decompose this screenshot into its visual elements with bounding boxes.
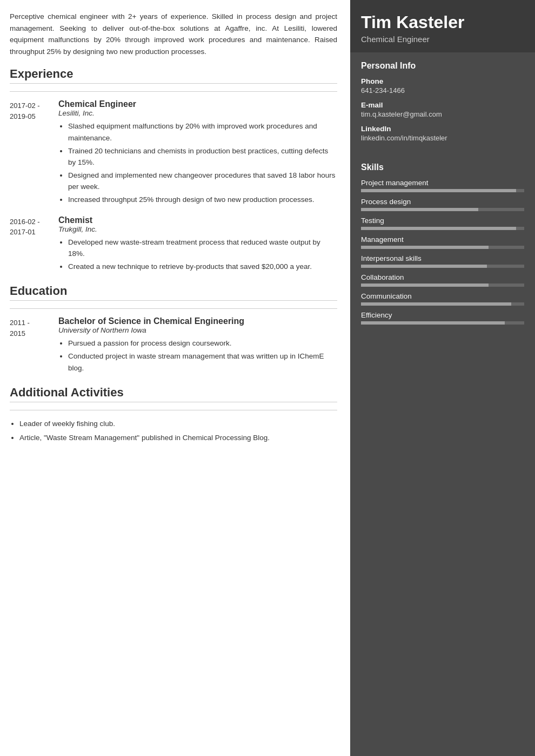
skill-item: Management [361,235,524,249]
job-bullets-2: Developed new waste-stream treatment pro… [58,237,337,273]
company-name-1: Lesiliti, Inc. [58,109,337,117]
linkedin-item: LinkedIn linkedin.com/in/timqkasteler [361,125,524,142]
job-title-1: Chemical Engineer [58,99,337,109]
experience-item-1: 2017-02 -2019-05 Chemical Engineer Lesil… [10,99,337,206]
skill-label: Testing [361,217,524,225]
education-bullets-1: Pursued a passion for process design cou… [58,338,337,374]
activities-bullets: Leader of weekly fishing club. Article, … [10,418,337,443]
skill-bar-background [361,189,524,192]
skill-bar-background [361,208,524,211]
email-label: E-mail [361,101,524,109]
personal-info-title: Personal Info [361,61,524,71]
skill-bar-fill [361,321,505,325]
left-panel: Perceptive chemical engineer with 2+ yea… [0,0,350,756]
skills-section: Skills Project managementProcess designT… [350,154,535,335]
linkedin-value: linkedin.com/in/timqkasteler [361,134,524,142]
school-name-1: University of Northern Iowa [58,326,337,334]
skill-item: Collaboration [361,273,524,287]
skill-label: Management [361,235,524,244]
skill-bar-fill [361,208,478,211]
skill-bar-fill [361,265,487,268]
right-panel: Tim Kasteler Chemical Engineer Personal … [350,0,535,756]
skill-bar-background [361,246,524,249]
skill-bar-background [361,284,524,287]
skill-bar-fill [361,284,489,287]
personal-info-section: Personal Info Phone 641-234-1466 E-mail … [350,52,535,154]
linkedin-label: LinkedIn [361,125,524,133]
skill-bar-fill [361,227,516,230]
skill-item: Communication [361,292,524,306]
bullet-item: Increased throughput 25% through design … [68,194,337,206]
skill-label: Interpersonal skills [361,254,524,262]
activities-section: Additional Activities Leader of weekly f… [10,386,337,443]
email-value: tim.q.kasteler@gmail.com [361,110,524,118]
bullet-item: Pursued a passion for process design cou… [68,338,337,349]
skill-item: Efficiency [361,311,524,325]
skill-label: Efficiency [361,311,524,319]
skills-container: Project managementProcess designTestingM… [361,179,524,325]
education-content-1: Bachelor of Science in Chemical Engineer… [58,316,337,375]
skill-bar-fill [361,189,516,192]
skill-bar-background [361,227,524,230]
job-title-2: Chemist [58,215,337,225]
job-bullets-1: Slashed equipment malfunctions by 20% wi… [58,120,337,205]
bullet-item: Article, "Waste Stream Management" publi… [19,432,337,444]
bullet-item: Created a new technique to retrieve by-p… [68,261,337,273]
skill-bar-fill [361,246,489,249]
bullet-item: Designed and implemented new changeover … [68,170,337,193]
right-header: Tim Kasteler Chemical Engineer [350,0,535,52]
skill-item: Testing [361,217,524,230]
skill-label: Project management [361,179,524,187]
education-date-1: 2011 -2015 [10,316,58,375]
phone-label: Phone [361,77,524,85]
bullet-item: Trained 20 technicians and chemists in p… [68,145,337,168]
experience-date-2: 2016-02 -2017-01 [10,215,58,274]
skill-bar-fill [361,302,511,306]
experience-content-1: Chemical Engineer Lesiliti, Inc. Slashed… [58,99,337,206]
phone-value: 641-234-1466 [361,86,524,94]
summary-text: Perceptive chemical engineer with 2+ yea… [10,11,337,57]
experience-date-1: 2017-02 -2019-05 [10,99,58,206]
activities-title: Additional Activities [10,386,337,402]
skill-item: Process design [361,198,524,211]
skills-title: Skills [361,163,524,172]
bullet-item: Conducted project in waste stream manage… [68,350,337,374]
education-title: Education [10,284,337,301]
education-section: Education 2011 -2015 Bachelor of Science… [10,284,337,375]
skill-label: Process design [361,198,524,206]
bullet-item: Slashed equipment malfunctions by 20% wi… [68,120,337,144]
education-item-1: 2011 -2015 Bachelor of Science in Chemic… [10,316,337,375]
person-name: Tim Kasteler [361,12,524,32]
person-subtitle: Chemical Engineer [361,35,524,44]
skill-label: Collaboration [361,273,524,281]
skill-bar-background [361,321,524,325]
degree-title-1: Bachelor of Science in Chemical Engineer… [58,316,337,326]
skill-item: Project management [361,179,524,192]
experience-section: Experience 2017-02 -2019-05 Chemical Eng… [10,67,337,273]
company-name-2: Trukgill, Inc. [58,225,337,233]
email-item: E-mail tim.q.kasteler@gmail.com [361,101,524,118]
skill-item: Interpersonal skills [361,254,524,268]
experience-item-2: 2016-02 -2017-01 Chemist Trukgill, Inc. … [10,215,337,274]
skill-bar-background [361,265,524,268]
phone-item: Phone 641-234-1466 [361,77,524,94]
bullet-item: Leader of weekly fishing club. [19,418,337,430]
skill-bar-background [361,302,524,306]
experience-title: Experience [10,67,337,84]
skill-label: Communication [361,292,524,300]
experience-content-2: Chemist Trukgill, Inc. Developed new was… [58,215,337,274]
bullet-item: Developed new waste-stream treatment pro… [68,237,337,260]
